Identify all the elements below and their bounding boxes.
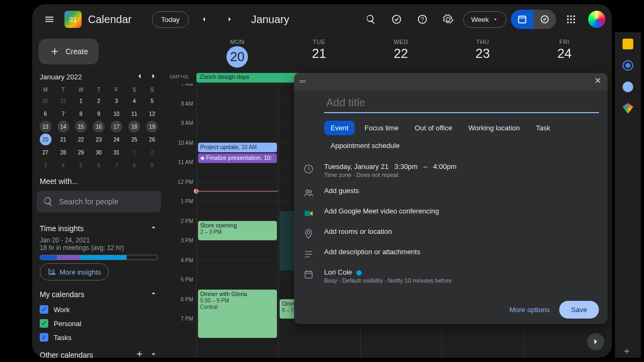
calendar-checkbox[interactable]: ✓ — [40, 319, 48, 328]
add-description-button[interactable]: Add description or attachments — [324, 248, 420, 256]
my-calendars-header[interactable]: My calendars — [40, 290, 84, 299]
today-button[interactable]: Today — [152, 11, 189, 28]
mini-day[interactable]: 25 — [128, 134, 140, 145]
mini-day[interactable]: 5 — [146, 95, 158, 107]
mini-day[interactable]: 15 — [75, 121, 87, 132]
other-calendars-header[interactable]: Other calendars — [40, 351, 93, 358]
tasks-rail-icon[interactable] — [623, 60, 633, 71]
event-type-tab[interactable]: Working location — [462, 121, 526, 135]
mini-day[interactable]: 5 — [75, 159, 87, 171]
mini-day[interactable]: 7 — [57, 108, 69, 120]
next-period-button[interactable] — [219, 9, 240, 30]
calendar-item[interactable]: ✓Personal — [36, 316, 161, 330]
organizer-name[interactable]: Lori Cole — [324, 268, 452, 276]
mini-day[interactable]: 11 — [128, 108, 140, 120]
mini-day[interactable]: 13 — [40, 121, 52, 132]
mini-day[interactable]: 27 — [40, 146, 52, 158]
mini-day[interactable]: 12 — [146, 108, 158, 120]
collapse-mycal-icon[interactable] — [149, 289, 158, 299]
event-datetime-sub[interactable]: Time zone · Does not repeat — [324, 172, 456, 178]
day-header[interactable]: THU23 — [442, 34, 523, 73]
mini-day[interactable]: 28 — [57, 146, 69, 158]
show-side-panel-button[interactable] — [587, 333, 604, 350]
event-type-tab[interactable]: Event — [324, 121, 355, 135]
mini-day[interactable]: 4 — [128, 95, 140, 107]
calendar-event[interactable]: Project update, 10 AM — [198, 143, 277, 152]
mini-day[interactable]: 16 — [93, 121, 105, 132]
calendar-event[interactable]: ◈ Finalize presentation, 10: — [198, 153, 277, 163]
main-menu-button[interactable] — [39, 9, 60, 30]
view-selector[interactable]: Week — [463, 11, 507, 28]
day-header[interactable]: WED22 — [360, 34, 442, 73]
mini-day[interactable]: 19 — [146, 121, 158, 132]
mini-day[interactable]: 1 — [75, 95, 87, 107]
mini-day[interactable]: 29 — [75, 146, 87, 158]
mini-day[interactable]: 8 — [75, 108, 87, 120]
save-button[interactable]: Save — [559, 301, 599, 319]
contacts-icon[interactable] — [623, 82, 633, 92]
tasks-mode-button[interactable] — [533, 10, 556, 29]
day-header[interactable]: MON20 — [196, 34, 278, 73]
mini-day[interactable]: 9 — [146, 159, 158, 171]
mini-day[interactable]: 1 — [128, 146, 140, 158]
mini-day[interactable]: 3 — [111, 95, 122, 107]
mini-day[interactable]: 14 — [57, 121, 69, 132]
day-header[interactable]: FRI24 — [524, 34, 605, 73]
add-guests-button[interactable]: Add guests — [324, 187, 359, 195]
collapse-othercal-icon[interactable] — [149, 350, 158, 358]
event-type-tab[interactable]: Appointment schedule — [324, 138, 406, 153]
create-button[interactable]: Create — [39, 39, 99, 64]
mini-day[interactable]: 8 — [128, 159, 140, 171]
mini-day[interactable]: 26 — [146, 134, 158, 145]
calendar-mode-button[interactable] — [511, 10, 533, 29]
mini-day[interactable]: 10 — [111, 108, 122, 120]
mini-day[interactable]: 17 — [111, 121, 122, 132]
close-dialog-button[interactable] — [594, 76, 602, 87]
mini-day[interactable]: 3 — [40, 159, 52, 171]
collapse-insights-icon[interactable] — [149, 223, 158, 233]
event-datetime[interactable]: Tuesday, January 21 3:30pm – 4:00pm — [324, 162, 456, 171]
people-search-input[interactable]: Search for people — [36, 191, 161, 212]
mini-day[interactable]: 7 — [111, 159, 122, 171]
add-location-button[interactable]: Add rooms or location — [324, 227, 392, 235]
add-meet-button[interactable]: Add Google Meet video conferencing — [324, 207, 439, 215]
mini-day[interactable]: 30 — [93, 146, 105, 158]
day-column[interactable]: Project update, 10 AM◈ Finalize presenta… — [196, 84, 278, 358]
calendar-checkbox[interactable]: ✓ — [40, 333, 48, 342]
mini-next-button[interactable] — [149, 72, 158, 82]
apps-button[interactable] — [560, 9, 582, 30]
prev-period-button[interactable] — [193, 9, 215, 30]
mini-day[interactable]: 24 — [111, 134, 122, 145]
more-insights-button[interactable]: More insights — [40, 263, 109, 280]
calendar-event[interactable]: Store opening2 – 3 PM — [198, 221, 277, 240]
mini-day[interactable]: 20 — [40, 134, 52, 145]
search-button[interactable] — [360, 9, 382, 30]
keep-icon[interactable] — [623, 39, 633, 49]
event-type-tab[interactable]: Out of office — [408, 121, 459, 135]
organizer-sub[interactable]: Busy · Default visibility · Notify 10 mi… — [324, 277, 452, 284]
mini-day[interactable]: 30 — [40, 95, 52, 107]
maps-icon[interactable] — [623, 103, 633, 114]
mini-day[interactable]: 6 — [93, 159, 105, 171]
help-button[interactable]: ? — [412, 9, 433, 30]
mini-day[interactable]: 31 — [111, 146, 122, 158]
add-addon-button[interactable] — [623, 347, 633, 358]
mini-day[interactable]: 9 — [93, 108, 105, 120]
event-title-input[interactable] — [324, 92, 599, 113]
add-other-calendar-button[interactable] — [135, 350, 144, 358]
mini-day[interactable]: 6 — [40, 108, 52, 120]
calendar-checkbox[interactable]: ✓ — [40, 305, 48, 314]
day-header[interactable]: TUE21 — [278, 34, 360, 73]
mini-day[interactable]: 23 — [93, 134, 105, 145]
calendar-item[interactable]: ✓Tasks — [36, 330, 161, 344]
mini-day[interactable]: 21 — [57, 134, 69, 145]
mini-day[interactable]: 2 — [93, 95, 105, 107]
mini-day[interactable]: 4 — [57, 159, 69, 171]
account-avatar[interactable] — [588, 11, 605, 28]
mini-day[interactable]: 2 — [146, 146, 158, 158]
time-insights-header[interactable]: Time insights — [40, 224, 84, 233]
calendar-event[interactable]: Dinner with Gloria5:30 – 9 PMCentral — [198, 290, 277, 338]
more-options-button[interactable]: More options — [509, 306, 550, 314]
drag-handle-icon[interactable]: ═ — [299, 77, 305, 86]
event-type-tab[interactable]: Task — [530, 121, 557, 135]
